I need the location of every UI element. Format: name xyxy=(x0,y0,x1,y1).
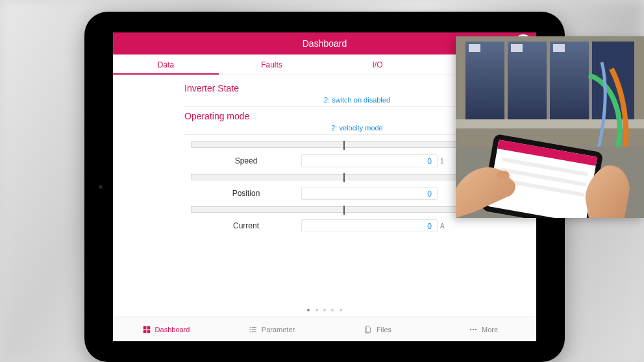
svg-rect-16 xyxy=(550,42,589,119)
tab-faults[interactable]: Faults xyxy=(219,54,325,75)
svg-rect-18 xyxy=(469,44,480,52)
page-dots[interactable] xyxy=(113,300,536,317)
tab-label: Faults xyxy=(261,60,282,69)
svg-point-10 xyxy=(470,328,471,330)
svg-rect-0 xyxy=(143,326,146,329)
svg-rect-21 xyxy=(456,119,644,128)
files-icon xyxy=(364,325,373,334)
list-icon xyxy=(249,325,258,334)
nav-label: Parameter xyxy=(262,326,295,333)
param-row-current: Current 0 A xyxy=(191,219,530,232)
page-dot xyxy=(307,309,310,311)
nav-label: More xyxy=(482,326,498,333)
nav-parameter[interactable]: Parameter xyxy=(219,317,325,341)
page-dot xyxy=(340,309,342,311)
page-dot xyxy=(323,309,326,311)
tab-data[interactable]: Data xyxy=(113,54,219,75)
svg-rect-2 xyxy=(143,330,146,333)
overlay-photo xyxy=(456,36,644,218)
param-label: Speed xyxy=(191,156,301,165)
svg-point-6 xyxy=(249,329,251,330)
tab-label: Data xyxy=(158,60,174,69)
param-unit: 1 xyxy=(438,158,451,165)
tiles-icon xyxy=(142,325,151,334)
page-dot xyxy=(331,309,334,311)
svg-rect-9 xyxy=(251,331,256,332)
param-value-speed[interactable]: 0 xyxy=(301,154,438,167)
svg-point-12 xyxy=(475,328,477,330)
nav-dashboard[interactable]: Dashboard xyxy=(113,317,219,341)
param-label: Current xyxy=(191,221,301,230)
slider-speed[interactable] xyxy=(191,141,497,148)
tab-label: I/O xyxy=(372,60,382,69)
svg-rect-5 xyxy=(251,326,256,327)
topbar-title: Dashboard xyxy=(303,38,347,49)
param-unit: A xyxy=(438,223,451,230)
more-icon xyxy=(469,325,478,334)
svg-point-29 xyxy=(497,171,510,180)
slider-current[interactable] xyxy=(191,206,497,213)
svg-point-11 xyxy=(473,328,474,330)
bottom-nav: Dashboard Parameter Files xyxy=(113,317,536,341)
svg-rect-3 xyxy=(147,330,150,333)
svg-rect-15 xyxy=(508,42,547,119)
svg-rect-1 xyxy=(147,326,150,329)
ipad-camera xyxy=(99,185,103,189)
svg-point-4 xyxy=(249,326,251,328)
param-value-current[interactable]: 0 xyxy=(301,219,438,232)
nav-files[interactable]: Files xyxy=(325,317,430,341)
svg-rect-14 xyxy=(465,42,504,119)
svg-rect-7 xyxy=(251,329,256,330)
param-label: Position xyxy=(191,189,301,198)
svg-rect-20 xyxy=(553,44,565,52)
svg-point-8 xyxy=(249,331,251,332)
slider-position[interactable] xyxy=(191,174,497,180)
page-dot xyxy=(316,309,318,311)
nav-more[interactable]: More xyxy=(430,317,536,341)
nav-label: Dashboard xyxy=(155,326,190,333)
nav-label: Files xyxy=(377,326,391,333)
svg-rect-19 xyxy=(511,44,523,52)
tab-io[interactable]: I/O xyxy=(325,54,430,75)
param-value-position[interactable]: 0 xyxy=(301,187,438,200)
